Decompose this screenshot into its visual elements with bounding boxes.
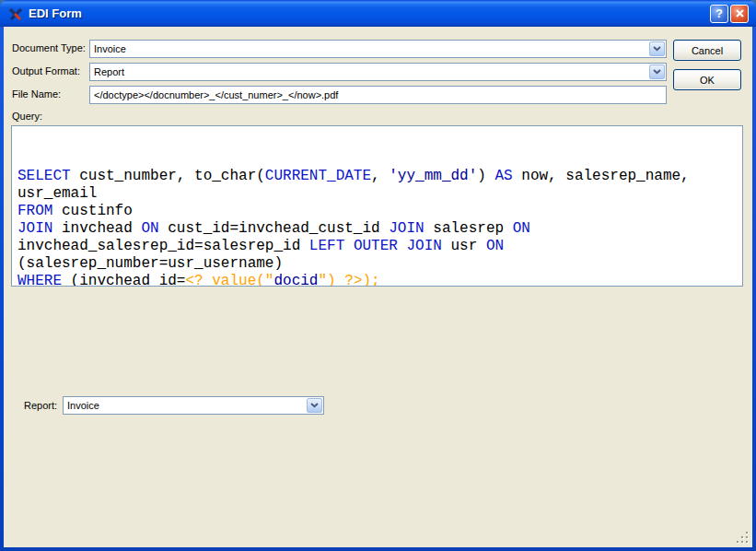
cancel-button[interactable]: Cancel <box>673 40 741 61</box>
output-format-combobox[interactable]: Report <box>89 63 667 81</box>
resize-grip[interactable] <box>736 531 749 544</box>
help-icon: ? <box>715 6 723 20</box>
close-button[interactable] <box>730 5 749 23</box>
close-icon <box>735 8 745 18</box>
query-label: Query: <box>12 111 42 122</box>
chevron-down-icon[interactable] <box>649 41 665 56</box>
chevron-down-icon[interactable] <box>307 398 322 413</box>
ok-button[interactable]: OK <box>673 69 741 90</box>
title-bar[interactable]: EDI Form ? <box>0 0 756 27</box>
query-code: SELECT cust_number, to_char(CURRENT_DATE… <box>17 168 737 287</box>
output-format-value: Report <box>90 64 649 80</box>
document-type-label: Document Type: <box>12 42 86 53</box>
window-title: EDI Form <box>29 6 710 20</box>
document-type-combobox[interactable]: Invoice <box>89 40 667 58</box>
file-name-label: File Name: <box>12 88 61 100</box>
help-button[interactable]: ? <box>710 5 728 23</box>
dialog-body: Document Type: Invoice Output Format: Re… <box>4 27 752 547</box>
edi-form-dialog: EDI Form ? Document Type: Invoice Output… <box>0 0 756 551</box>
report-label: Report: <box>24 400 57 411</box>
report-value: Invoice <box>64 397 307 414</box>
document-type-value: Invoice <box>90 41 649 57</box>
output-format-label: Output Format: <box>12 65 80 76</box>
file-name-input[interactable] <box>89 86 667 104</box>
report-combobox[interactable]: Invoice <box>63 396 324 415</box>
chevron-down-icon[interactable] <box>649 64 665 79</box>
query-code-editor[interactable]: SELECT cust_number, to_char(CURRENT_DATE… <box>11 125 743 287</box>
app-logo-icon <box>8 6 23 21</box>
